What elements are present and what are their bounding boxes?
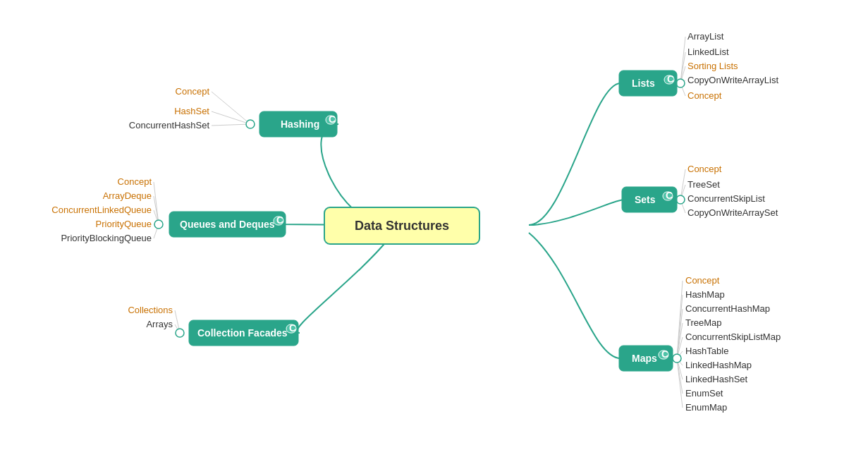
leaf-line — [212, 92, 250, 124]
leaf-arraydeque: ArrayDeque — [103, 190, 152, 201]
maps-node[interactable]: Maps C — [619, 346, 673, 371]
leaf-line — [212, 111, 250, 124]
mind-map: Concept HashSet ConcurrentHashSet Hashin… — [0, 0, 868, 450]
leaf-concurrentskiplistmap: ConcurrentSkipListMap — [685, 332, 781, 342]
queues-connector-circle — [154, 220, 163, 229]
leaf-concurrentskiplist: ConcurrentSkipList — [687, 193, 765, 204]
leaf-hashtable: HashTable — [685, 346, 728, 356]
leaf-enumset: EnumSet — [685, 388, 723, 399]
leaf-collections: Collections — [128, 305, 173, 315]
leaf-concept-sets: Concept — [687, 164, 722, 174]
center-label: Data Structures — [355, 219, 449, 233]
queues-badge: C — [276, 214, 283, 226]
facades-label: Collection Facades — [197, 327, 288, 339]
leaf-concurrenthashset: ConcurrentHashSet — [129, 120, 210, 130]
facades-badge: C — [289, 322, 296, 334]
leaf-treeset: TreeSet — [687, 179, 720, 190]
leaf-priorityqueue: PriorityQueue — [96, 219, 152, 229]
sets-label: Sets — [635, 194, 656, 205]
leaf-linkedlist: LinkedList — [687, 47, 729, 57]
leaf-hashset: HashSet — [174, 106, 209, 116]
sets-badge: C — [666, 190, 673, 201]
leaf-arrays: Arrays — [146, 319, 173, 329]
maps-connector-circle — [673, 354, 681, 363]
center-node[interactable]: Data Structures — [324, 207, 479, 244]
leaf-concurrenthashmap: ConcurrentHashMap — [685, 303, 770, 314]
lists-connector-circle — [676, 79, 685, 87]
queues-node[interactable]: Queues and Deques C — [169, 212, 286, 237]
leaf-concurrentlinkedqueue: ConcurrentLinkedQueue — [51, 205, 152, 215]
hashing-node[interactable]: Hashing C — [259, 111, 337, 137]
leaf-concept-lists: Concept — [687, 90, 722, 101]
leaf-copyonwritearraylist: CopyOnWriteArrayList — [687, 75, 778, 85]
leaf-copyonwritearrayset: CopyOnWriteArraySet — [687, 207, 778, 218]
facades-node[interactable]: Collection Facades C — [189, 320, 298, 346]
maps-label: Maps — [632, 353, 657, 364]
hashing-label: Hashing — [281, 118, 319, 130]
leaf-treemap: TreeMap — [685, 317, 722, 328]
sets-connector-circle — [676, 195, 685, 204]
leaf-linkedhashmap: LinkedHashMap — [685, 360, 752, 370]
leaf-hashmap: HashMap — [685, 289, 725, 300]
maps-badge: C — [661, 348, 668, 360]
queues-label: Queues and Deques — [180, 219, 275, 230]
leaf-line — [680, 37, 685, 83]
connector-sets — [529, 200, 624, 225]
leaf-priorityblockingqueue: PriorityBlockingQueue — [61, 233, 152, 243]
leaf-line — [677, 358, 683, 408]
leaf-enummap: EnumMap — [685, 402, 727, 413]
leaf-concept-maps: Concept — [685, 275, 720, 286]
sets-node[interactable]: Sets C — [622, 187, 677, 212]
leaf-linkedhashset: LinkedHashSet — [685, 374, 748, 384]
hashing-badge: C — [329, 114, 336, 125]
connector-lists — [529, 83, 621, 225]
leaf-arraylist: ArrayList — [687, 31, 724, 42]
lists-node[interactable]: Lists C — [619, 71, 677, 96]
facades-connector-circle — [176, 329, 184, 337]
leaf-concept-queues: Concept — [118, 176, 152, 187]
lists-label: Lists — [632, 78, 655, 89]
lists-badge: C — [667, 73, 674, 85]
leaf-line — [212, 124, 250, 126]
connector-facades — [297, 240, 388, 333]
leaf-concept-hashing: Concept — [176, 86, 210, 97]
connector-maps — [529, 233, 621, 358]
hashing-connector-circle — [246, 120, 255, 128]
leaf-sortinglists: Sorting Lists — [687, 61, 738, 71]
